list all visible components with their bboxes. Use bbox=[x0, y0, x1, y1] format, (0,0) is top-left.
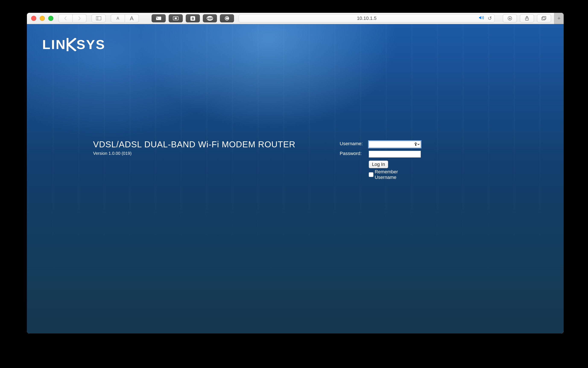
brand-k-icon bbox=[67, 38, 77, 51]
show-tabs-button[interactable] bbox=[537, 14, 551, 22]
pip-button[interactable] bbox=[169, 14, 183, 22]
svg-point-10 bbox=[415, 143, 416, 144]
pip-icon bbox=[173, 16, 178, 20]
router-login-page: LIN SYS LINKSYS VDSL/ADSL DUAL-BAND Wi-F… bbox=[27, 24, 564, 333]
amazon-ext-icon: a bbox=[191, 16, 195, 21]
svg-rect-9 bbox=[542, 17, 545, 20]
brand-logo: LIN SYS LINKSYS bbox=[42, 37, 106, 52]
minimize-window-button[interactable] bbox=[40, 16, 45, 21]
new-tab-button[interactable]: + bbox=[554, 13, 564, 24]
plus-icon: + bbox=[557, 15, 560, 21]
letter-large-icon: A bbox=[130, 15, 134, 22]
abp-ext-icon: ABP bbox=[207, 16, 213, 21]
username-label: Username: bbox=[340, 141, 367, 148]
chevron-right-icon bbox=[78, 16, 81, 20]
grammarly-ext-button[interactable] bbox=[220, 14, 234, 22]
audio-indicator-icon[interactable] bbox=[479, 15, 485, 21]
product-version: Version 1.0.00 (019) bbox=[93, 151, 296, 156]
window-rect-icon bbox=[156, 16, 161, 20]
password-input[interactable] bbox=[369, 151, 421, 157]
tabs-icon bbox=[541, 16, 547, 20]
browser-window: A A a bbox=[27, 13, 564, 333]
browser-toolbar: A A a bbox=[27, 13, 564, 24]
share-icon bbox=[525, 16, 529, 21]
password-key-icon[interactable] bbox=[414, 142, 420, 146]
download-icon bbox=[508, 16, 512, 21]
back-button[interactable] bbox=[58, 14, 73, 22]
forward-button[interactable] bbox=[73, 14, 87, 22]
text-size-larger-button[interactable]: A bbox=[125, 14, 139, 22]
swirl-icon bbox=[225, 16, 229, 21]
product-heading: VDSL/ADSL DUAL-BAND Wi-Fi MODEM ROUTER V… bbox=[93, 140, 296, 156]
window-traffic-lights bbox=[31, 16, 53, 21]
picture-in-page-button[interactable] bbox=[152, 14, 166, 22]
login-button[interactable]: Log In bbox=[369, 161, 388, 168]
text-size-smaller-button[interactable]: A bbox=[111, 14, 125, 22]
close-window-button[interactable] bbox=[31, 16, 36, 21]
svg-rect-12 bbox=[415, 145, 416, 146]
amazon-ext-button[interactable]: a bbox=[186, 14, 200, 22]
sidebar-toggle-button[interactable] bbox=[92, 14, 106, 22]
username-input[interactable] bbox=[369, 141, 421, 148]
password-label: Password: bbox=[340, 151, 367, 157]
remember-username-checkbox[interactable] bbox=[369, 172, 373, 177]
svg-rect-8 bbox=[542, 16, 546, 19]
svg-rect-2 bbox=[156, 17, 161, 20]
sidebar-icon bbox=[96, 16, 101, 20]
share-button[interactable] bbox=[520, 14, 534, 22]
address-bar[interactable]: 10.10.1.5 ↻ bbox=[239, 14, 495, 22]
product-title: VDSL/ADSL DUAL-BAND Wi-Fi MODEM ROUTER bbox=[93, 140, 296, 149]
abp-ext-button[interactable]: ABP bbox=[203, 14, 217, 22]
svg-rect-0 bbox=[96, 17, 101, 20]
reload-button[interactable]: ↻ bbox=[488, 15, 492, 21]
chevron-left-icon bbox=[64, 16, 67, 20]
remember-username-label: Remember Username bbox=[375, 169, 421, 180]
svg-rect-4 bbox=[175, 18, 177, 19]
zoom-window-button[interactable] bbox=[48, 16, 53, 21]
letter-small-icon: A bbox=[116, 16, 119, 21]
downloads-button[interactable] bbox=[503, 14, 517, 22]
address-bar-text: 10.10.1.5 bbox=[357, 16, 377, 21]
login-button-label: Log In bbox=[372, 162, 385, 167]
